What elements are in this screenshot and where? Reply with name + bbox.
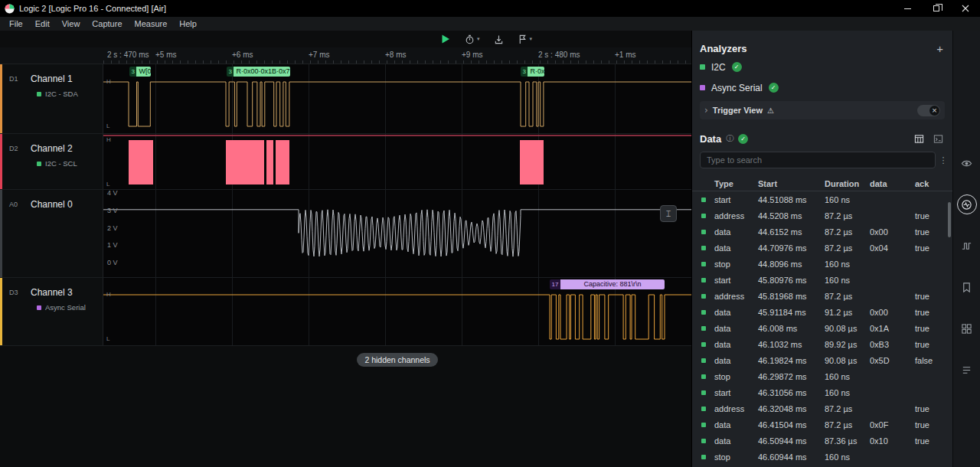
menu-view[interactable]: View	[56, 19, 87, 28]
notes-icon	[961, 364, 972, 376]
table-cell: 0x5D	[870, 356, 913, 365]
table-cell: data	[714, 340, 756, 349]
table-row[interactable]: data45.91184 ms91.2 µs0x00true	[692, 304, 952, 320]
analyzer-color-dot	[37, 305, 41, 310]
table-cell: 46.60944 ms	[758, 452, 822, 462]
chevron-down-icon: ▾	[530, 36, 533, 42]
table-cell: 44.51088 ms	[758, 195, 822, 204]
table-view-icon[interactable]	[914, 134, 924, 144]
table-row[interactable]: stop46.60944 ms160 ns	[692, 449, 952, 465]
table-row[interactable]: data46.1032 ms89.92 µs0xB3true	[692, 336, 952, 352]
annotations-panel-button[interactable]	[957, 277, 977, 297]
column-header-ack[interactable]: ack	[915, 179, 952, 188]
row-color-bullet	[701, 342, 706, 347]
channel-analyzer-tag: Async Serial	[37, 303, 86, 312]
table-cell: 46.19824 ms	[758, 356, 822, 365]
annotation-badge: 3	[129, 67, 136, 77]
table-scrollbar[interactable]	[948, 202, 951, 237]
start-capture-button[interactable]	[438, 32, 453, 46]
extensions-panel-button[interactable]	[957, 318, 977, 338]
column-header-start[interactable]: Start	[758, 179, 822, 188]
menu-measure[interactable]: Measure	[129, 19, 174, 28]
export-capture-button[interactable]	[492, 33, 506, 46]
table-row[interactable]: start44.51088 ms160 ns	[692, 191, 952, 207]
channel-plot-d2[interactable]: HL	[103, 134, 691, 189]
minimize-button[interactable]	[893, 0, 922, 17]
row-color-bullet	[701, 230, 706, 234]
table-row[interactable]: stop44.8096 ms160 ns	[692, 256, 952, 272]
more-options-icon[interactable]: ⋮	[939, 155, 948, 165]
table-row[interactable]: address45.81968 ms87.2 µstrue	[692, 288, 952, 304]
logic-level-label: L	[106, 336, 109, 342]
menu-file[interactable]: File	[3, 19, 29, 28]
table-cell: 0x00	[870, 308, 913, 317]
table-row[interactable]: start45.80976 ms160 ns	[692, 272, 952, 288]
table-row[interactable]: data44.6152 ms87.2 µs0x00true	[692, 224, 952, 240]
channel-plot-d1[interactable]: HL3W[0x3R·0x00·0x1B·0x73R·0x	[103, 64, 691, 133]
channel-color-strip	[0, 278, 2, 345]
channel-plot-d3[interactable]: HL17Capacitive: 881\r\n	[103, 278, 691, 345]
trigger-view-row[interactable]: › Trigger View ⚠ ×	[700, 101, 945, 119]
restore-button[interactable]	[922, 0, 951, 17]
table-cell: 46.31056 ms	[758, 388, 822, 397]
menu-capture[interactable]: Capture	[86, 19, 128, 28]
table-cell: 44.5208 ms	[758, 211, 822, 220]
channel-color-strip	[0, 190, 2, 277]
terminal-view-icon[interactable]	[933, 134, 943, 144]
check-icon: ✓	[738, 134, 748, 144]
table-cell: address	[714, 292, 756, 301]
close-icon: ×	[929, 106, 939, 116]
protocols-panel-button[interactable]	[957, 236, 977, 256]
visibility-panel-button[interactable]	[957, 153, 977, 173]
row-color-bullet	[701, 423, 706, 427]
column-header-type[interactable]: Type	[714, 179, 756, 188]
analyzers-panel-button[interactable]	[957, 194, 977, 214]
analyzer-color-square	[700, 64, 705, 70]
remove-trigger-button[interactable]: ×	[917, 105, 940, 116]
table-row[interactable]: start46.31056 ms160 ns	[692, 384, 952, 400]
channel-label-d2[interactable]: D2 Channel 2 I2C - SCL	[0, 134, 103, 189]
table-row[interactable]: data46.41504 ms87.2 µs0x0Ftrue	[692, 416, 952, 433]
table-row[interactable]: data46.19824 ms90.08 µs0x5Dfalse	[692, 352, 952, 368]
capture-presets-button[interactable]: ▾	[515, 33, 535, 46]
channel-label-d3[interactable]: D3 Channel 3 Async Serial	[0, 278, 103, 345]
column-header-data[interactable]: data	[870, 179, 913, 188]
row-color-bullet	[701, 310, 706, 315]
menu-edit[interactable]: Edit	[29, 19, 56, 28]
table-row[interactable]: address44.5208 ms87.2 µstrue	[692, 207, 952, 224]
analyzer-item-async-serial[interactable]: Async Serial✓	[692, 77, 952, 98]
annotations-icon	[961, 282, 972, 293]
decoded-annotation[interactable]: 3R·0x	[521, 67, 544, 77]
capture-timer-button[interactable]: ▾	[462, 33, 482, 46]
table-row[interactable]: data46.50944 ms87.36 µs0x10true	[692, 433, 952, 449]
decoded-annotation[interactable]: 3R·0x00·0x1B·0x7	[227, 67, 290, 77]
channel-label-d1[interactable]: D1 Channel 1 I2C - SDA	[0, 64, 103, 133]
timeline-ruler[interactable]: 2 s : 470 ms+5 ms+6 ms+7 ms+8 ms+9 ms2 s…	[103, 47, 691, 64]
table-cell: 46.41504 ms	[758, 420, 822, 429]
menu-help[interactable]: Help	[173, 19, 203, 28]
search-row: ⋮	[700, 152, 948, 168]
analyzer-item-i2c[interactable]: I2C✓	[692, 57, 952, 77]
channel-label-a0[interactable]: A0 Channel 0	[0, 190, 103, 277]
hidden-channels-pill[interactable]: 2 hidden channels	[357, 353, 437, 367]
table-row[interactable]: data46.008 ms90.08 µs0x1Atrue	[692, 320, 952, 336]
minimize-icon	[904, 8, 911, 9]
channel-id: D1	[9, 75, 18, 83]
table-cell: 90.08 µs	[825, 356, 867, 365]
window-title: Logic 2 [Logic Pro 16 - Connected] [Air]	[19, 4, 166, 13]
table-row[interactable]: address46.32048 ms87.2 µstrue	[692, 400, 952, 416]
notes-panel-button[interactable]	[957, 360, 977, 380]
decoded-annotation[interactable]: 17Capacitive: 881\r\n	[550, 279, 665, 289]
info-icon: ⓘ	[726, 133, 733, 144]
table-row[interactable]: stop46.29872 ms160 ns	[692, 368, 952, 384]
channel-plot-a0[interactable]: ⌶ 4 V3 V2 V1 V0 V	[103, 190, 691, 277]
table-cell: data	[714, 356, 756, 365]
table-cell: 44.70976 ms	[758, 243, 822, 253]
decoded-annotation[interactable]: 3W[0x	[129, 67, 151, 77]
add-analyzer-button[interactable]: +	[936, 43, 943, 54]
measurement-tool-button[interactable]: ⌶	[660, 205, 677, 222]
data-search-input[interactable]	[700, 152, 936, 168]
column-header-duration[interactable]: Duration	[825, 179, 867, 188]
close-button[interactable]	[951, 0, 980, 17]
table-row[interactable]: data44.70976 ms87.2 µs0x04true	[692, 240, 952, 256]
